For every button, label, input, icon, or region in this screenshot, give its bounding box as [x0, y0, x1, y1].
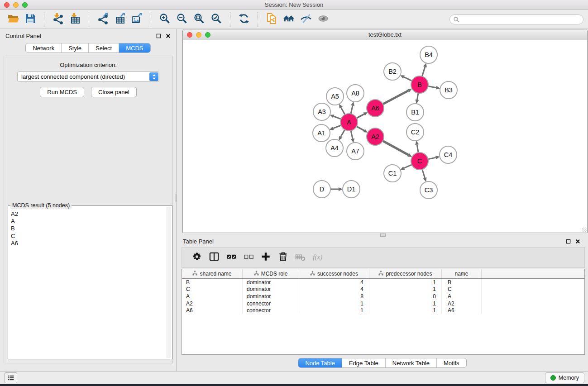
graph-node-B[interactable]: B: [411, 76, 428, 93]
resize-grip-icon[interactable]: [582, 228, 587, 232]
table-row-a6[interactable]: A6connector11A6: [182, 307, 584, 314]
graph-node-A5[interactable]: A5: [326, 88, 344, 105]
graph-node-D1[interactable]: D1: [343, 181, 360, 198]
tab-mcds[interactable]: MCDS: [119, 43, 150, 52]
graph-node-C[interactable]: C: [411, 152, 428, 170]
graph-node-A6[interactable]: A6: [367, 100, 384, 117]
edge-C-C4[interactable]: [428, 157, 436, 159]
columns-button[interactable]: [206, 250, 223, 265]
edge-A-A3[interactable]: [334, 116, 341, 119]
clone-network-button[interactable]: [265, 13, 278, 26]
edge-C-C3[interactable]: [422, 169, 425, 178]
close-panel-icon[interactable]: [166, 33, 171, 38]
graph-node-A2[interactable]: A2: [367, 128, 384, 145]
column-header-mcds-role[interactable]: MCDS role: [243, 269, 299, 278]
edge-A-A4[interactable]: [341, 130, 345, 137]
edge-B-B4[interactable]: [422, 67, 425, 76]
network-canvas[interactable]: B4B2BB3A8A5A6A3B1AA1C2A2A4A7C4CC1C3DD1: [183, 40, 587, 233]
graph-node-A7[interactable]: A7: [347, 143, 364, 160]
graph-node-A[interactable]: A: [340, 114, 358, 131]
edge-A-A1[interactable]: [333, 125, 341, 129]
close-panel-button[interactable]: Close panel: [91, 87, 137, 97]
close-table-panel-icon[interactable]: [575, 239, 580, 244]
tab-network-table[interactable]: Network Table: [385, 358, 436, 367]
table-row-b[interactable]: Bdominator41B: [182, 279, 584, 286]
search-input[interactable]: [449, 14, 583, 24]
tab-network[interactable]: Network: [26, 43, 61, 52]
zoom-fit-button[interactable]: [192, 13, 206, 26]
show-columns-button[interactable]: [223, 250, 240, 265]
table-row-c[interactable]: Cdominator41C: [182, 286, 584, 293]
gear-button[interactable]: [188, 250, 206, 265]
network-minimize-button[interactable]: [196, 32, 201, 38]
result-item-a2[interactable]: A2: [11, 210, 165, 218]
tab-select[interactable]: Select: [88, 43, 119, 52]
edge-C-C2[interactable]: [417, 145, 418, 153]
tab-style[interactable]: Style: [61, 43, 88, 52]
zoom-in-button[interactable]: [158, 13, 172, 26]
table-row-a[interactable]: Adominator80A: [182, 293, 584, 300]
graph-node-B2[interactable]: B2: [384, 63, 401, 80]
edge-B-B1[interactable]: [417, 93, 418, 100]
hide-columns-button[interactable]: [240, 250, 257, 265]
graph-node-B1[interactable]: B1: [406, 104, 424, 121]
tab-edge-table[interactable]: Edge Table: [342, 358, 385, 367]
edge-B-B3[interactable]: [428, 86, 436, 88]
graph-node-A4[interactable]: A4: [326, 139, 343, 157]
add-row-button[interactable]: [257, 250, 274, 265]
column-header-predecessor-nodes[interactable]: predecessor nodes: [369, 269, 442, 278]
run-mcds-button[interactable]: Run MCDS: [40, 87, 84, 97]
export-table-button[interactable]: [113, 13, 127, 26]
result-scrollbar[interactable]: [167, 207, 171, 358]
graph-node-B4[interactable]: B4: [420, 46, 437, 63]
refresh-layout-button[interactable]: [237, 13, 251, 26]
graph-node-C4[interactable]: C4: [440, 146, 457, 163]
edge-A-A6[interactable]: [357, 114, 364, 118]
column-header-name[interactable]: name: [442, 269, 482, 278]
network-close-button[interactable]: [187, 32, 192, 38]
open-session-button[interactable]: [6, 13, 20, 26]
result-item-a[interactable]: A: [11, 218, 165, 225]
tab-motifs[interactable]: Motifs: [436, 358, 466, 367]
result-item-a6[interactable]: A6: [11, 240, 165, 247]
vertical-splitter-handle[interactable]: [175, 195, 177, 202]
column-header-successor-nodes[interactable]: successor nodes: [299, 269, 369, 278]
edge-A-A8[interactable]: [351, 105, 353, 114]
graph-node-A8[interactable]: A8: [347, 85, 364, 102]
edge-A6-B[interactable]: [383, 91, 409, 104]
graph-node-D[interactable]: D: [313, 181, 330, 198]
edge-A2-C[interactable]: [383, 141, 409, 155]
zoom-selected-button[interactable]: [210, 13, 223, 26]
task-history-button[interactable]: [5, 372, 17, 383]
graph-node-B3[interactable]: B3: [440, 81, 457, 99]
export-network-button[interactable]: [96, 13, 110, 26]
edge-A-A2[interactable]: [357, 126, 364, 130]
graph-node-A3[interactable]: A3: [313, 103, 330, 120]
result-item-b[interactable]: B: [11, 225, 165, 232]
edge-A-A7[interactable]: [351, 131, 353, 139]
criterion-dropdown[interactable]: largest connected component (directed): [17, 71, 159, 82]
result-item-c[interactable]: C: [11, 233, 165, 240]
column-header-shared-name[interactable]: shared name: [182, 269, 243, 278]
float-table-panel-icon[interactable]: [566, 239, 571, 244]
edge-C-C1[interactable]: [404, 165, 412, 168]
edge-B-B2[interactable]: [404, 77, 412, 81]
graph-node-C1[interactable]: C1: [384, 165, 401, 182]
memory-button[interactable]: Memory: [545, 372, 584, 383]
import-table-button[interactable]: [68, 13, 82, 26]
graph-node-A1[interactable]: A1: [313, 124, 330, 142]
float-panel-icon[interactable]: [156, 33, 161, 38]
import-network-button[interactable]: [51, 13, 65, 26]
edge-A-A5[interactable]: [341, 108, 345, 115]
show-all-button[interactable]: [316, 13, 330, 26]
graph-node-C3[interactable]: C3: [420, 181, 437, 199]
zoom-out-button[interactable]: [175, 13, 189, 26]
delete-row-button[interactable]: [274, 250, 292, 265]
export-image-button[interactable]: [130, 13, 144, 26]
table-row-a2[interactable]: A2connector11A2: [182, 300, 584, 307]
first-neighbors-button[interactable]: [282, 13, 296, 26]
hide-selected-button[interactable]: [299, 13, 313, 26]
graph-node-C2[interactable]: C2: [406, 124, 424, 141]
network-zoom-button[interactable]: [205, 32, 210, 38]
save-session-button[interactable]: [24, 13, 37, 26]
